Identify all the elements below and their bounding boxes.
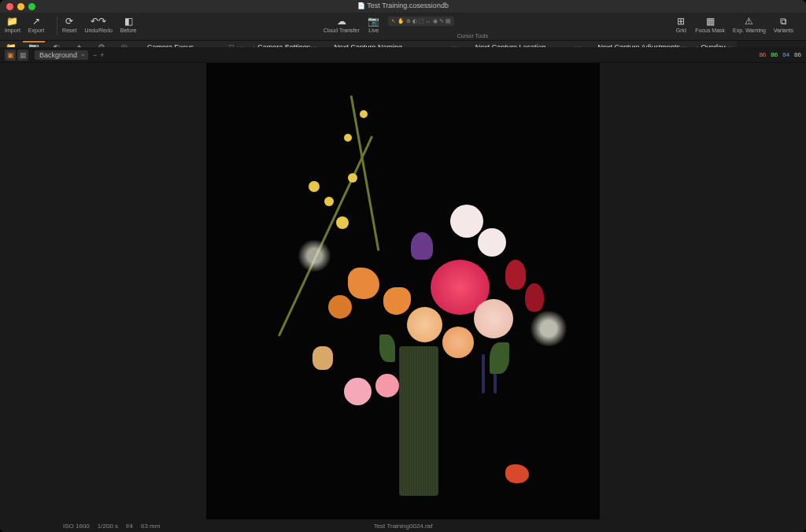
close-window[interactable] — [6, 3, 13, 10]
status-aperture: f/4 — [126, 523, 133, 530]
status-shutter: 1/200 s — [98, 523, 118, 530]
undo-redo-button[interactable]: ↶↷Undo/Redo — [84, 15, 112, 33]
layer-select[interactable]: Background — [35, 50, 88, 60]
status-focal: 63 mm — [141, 523, 160, 530]
minimize-window[interactable] — [17, 3, 24, 10]
overlay-section: ›Overlay⋯ — [692, 41, 737, 47]
maximize-window[interactable] — [28, 3, 35, 10]
variants-button[interactable]: ⧉Variants — [774, 15, 793, 33]
tab-shape[interactable]: ◐SHAPE — [45, 41, 68, 47]
overlay-header[interactable]: ›Overlay⋯ — [692, 41, 737, 47]
tab-refine[interactable]: ◎REFINE — [113, 41, 135, 47]
location-header[interactable]: ⌄Next Capture Location⋯ — [464, 41, 586, 47]
image-preview[interactable] — [206, 63, 600, 519]
export-button[interactable]: ↗Export — [28, 15, 44, 33]
naming-section: ⌄Next Capture Naming⋯ Format NameCamera … — [322, 41, 463, 47]
view-multi-icon[interactable]: ▦ — [17, 50, 28, 61]
camera-settings-section: ›Camera Settings⋯ — [249, 41, 322, 47]
main-toolbar: 📁Import ↗Export ⟳Reset ↶↷Undo/Redo ◧Befo… — [0, 13, 806, 41]
cloud-transfer-button[interactable]: ☁Cloud Transfer — [324, 15, 360, 33]
adjustments-section: ⌄Next Capture Adjustments⋯ ICC ProfileDe… — [586, 41, 692, 47]
status-filename: Test Training0024.raf — [374, 523, 433, 530]
camera-settings-header[interactable]: ›Camera Settings⋯ — [249, 41, 322, 47]
titlebar: Test Training.cosessiondb — [0, 0, 806, 13]
before-button[interactable]: ◧Before — [120, 15, 137, 33]
status-bar: ISO 1600 1/200 s f/4 63 mm Test Training… — [0, 519, 806, 532]
focus-header[interactable]: ⌄Camera Focus⊡ ⋯ — [135, 41, 249, 47]
viewer: ▣ ▦ Background − + 86868486 — [0, 47, 806, 532]
tab-tether[interactable]: 📷TETHER — [23, 41, 46, 47]
focus-mask-button[interactable]: ▦Focus Mask — [695, 15, 725, 33]
focus-section: ⌄Camera Focus⊡ ⋯ NearFar ◀◀◀ ◀◀ ◀ ▶ ▶▶ ▶… — [135, 41, 249, 47]
adjustments-header[interactable]: ⌄Next Capture Adjustments⋯ — [586, 41, 692, 47]
tool-sidebar: 📁LIBRARY 📷TETHER ◐SHAPE ✦STYLE ⚙ADJUST ◎… — [0, 41, 135, 47]
cursor-tools[interactable]: ↖✋⊕◐⬚↔◉✎▤ — [388, 17, 454, 26]
exp-warning-button[interactable]: ⚠Exp. Warning — [733, 15, 766, 33]
window-title: Test Training.cosessiondb — [357, 2, 449, 9]
import-button[interactable]: 📁Import — [5, 15, 20, 33]
status-iso: ISO 1600 — [63, 523, 90, 530]
grid-button[interactable]: ⊞Grid — [675, 15, 687, 33]
tool-tabs: 📁LIBRARY 📷TETHER ◐SHAPE ✦STYLE ⚙ADJUST ◎… — [0, 41, 135, 47]
location-section: ⌄Next Capture Location⋯ DestinationCaptu… — [464, 41, 586, 47]
layer-minus-icon[interactable]: − — [93, 51, 97, 59]
reset-button[interactable]: ⟳Reset — [62, 15, 76, 33]
live-button[interactable]: 📷Live — [368, 15, 380, 33]
tab-library[interactable]: 📁LIBRARY — [0, 41, 23, 47]
tab-style[interactable]: ✦STYLE — [68, 41, 91, 47]
view-single-icon[interactable]: ▣ — [5, 50, 16, 61]
tab-adjust[interactable]: ⚙ADJUST — [91, 41, 113, 47]
naming-header[interactable]: ⌄Next Capture Naming⋯ — [322, 41, 463, 47]
layer-plus-icon[interactable]: + — [100, 51, 104, 59]
rgb-readout: 86868486 — [759, 51, 801, 58]
